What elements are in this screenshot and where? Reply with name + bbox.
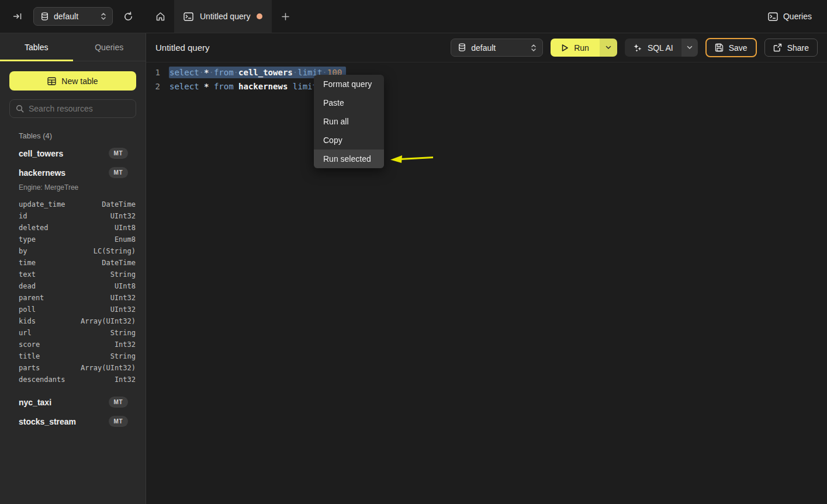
plus-icon [282, 13, 289, 20]
token-sp [234, 82, 238, 91]
column-name: parts [19, 364, 81, 372]
topbar-database-selector[interactable]: default [33, 7, 113, 26]
column-row[interactable]: idUInt32 [19, 210, 136, 222]
run-button[interactable]: Run [551, 39, 600, 57]
column-row[interactable]: update_timeDateTime [19, 199, 136, 210]
tabstrip: Untitled query [146, 0, 299, 33]
column-row[interactable]: urlString [19, 327, 136, 339]
table-icon [47, 77, 56, 85]
token-tbl: hackernews [238, 82, 288, 91]
column-row[interactable]: kidsArray(UInt32) [19, 315, 136, 327]
database-icon [458, 43, 466, 52]
column-type: Int32 [115, 376, 136, 384]
column-row[interactable]: byLC(String) [19, 245, 136, 257]
menu-item-copy[interactable]: Copy [314, 131, 384, 150]
run-split-button: Run [551, 39, 617, 57]
token-ws: · [209, 68, 213, 77]
column-type: Array(UInt32) [81, 317, 136, 325]
column-name: deleted [19, 224, 115, 232]
column-type: DateTime [102, 200, 136, 208]
table-name: stocks_stream [19, 417, 109, 426]
column-name: poll [19, 305, 110, 314]
column-type: String [110, 329, 136, 337]
menu-item-run-all[interactable]: Run all [314, 112, 384, 131]
code-text: select * from hackernews limit [169, 79, 322, 93]
sql-editor[interactable]: 1select·*·from·cell_towers·limit·1002sel… [146, 62, 827, 504]
column-name: update_time [19, 200, 102, 208]
search-icon [16, 105, 24, 113]
menu-item-run-selected[interactable]: Run selected [314, 150, 384, 168]
column-type: UInt32 [110, 305, 136, 314]
table-engine-label: Engine: MergeTree [9, 182, 136, 195]
sidebar-tab-queries[interactable]: Queries [73, 33, 146, 61]
column-name: kids [19, 317, 81, 325]
sql-ai-button[interactable]: SQL AI [625, 39, 681, 57]
column-row[interactable]: typeEnum8 [19, 234, 136, 245]
column-name: by [19, 247, 94, 255]
context-menu: Format queryPasteRun allCopyRun selected [314, 75, 384, 168]
collapse-sidebar-button[interactable] [11, 9, 25, 23]
column-name: time [19, 259, 102, 267]
code-line[interactable]: 1select·*·from·cell_towers·limit·100 [146, 65, 827, 79]
sidebar: Tables Queries New table [0, 33, 146, 504]
terminal-icon [184, 12, 193, 21]
sql-ai-options-button[interactable] [681, 39, 698, 57]
table-row-cell_towers[interactable]: cell_towersMT [9, 144, 136, 163]
column-row[interactable]: deletedUInt8 [19, 222, 136, 234]
engine-badge: MT [109, 167, 128, 178]
column-row[interactable]: parentUInt32 [19, 292, 136, 304]
search-box [9, 99, 136, 118]
home-button[interactable] [146, 0, 174, 33]
column-row[interactable]: timeDateTime [19, 257, 136, 269]
column-row[interactable]: pollUInt32 [19, 304, 136, 315]
token-kw: select [169, 82, 199, 91]
new-table-button[interactable]: New table [9, 71, 136, 91]
sidebar-scroll[interactable]: Tables (4) cell_towersMThackernewsMTEngi… [0, 118, 146, 504]
line-number: 1 [146, 65, 160, 79]
table-row-stocks_stream[interactable]: stocks_streamMT [9, 412, 136, 431]
menu-item-paste[interactable]: Paste [314, 93, 384, 112]
column-row[interactable]: partsArray(UInt32) [19, 362, 136, 374]
sidebar-tab-tables[interactable]: Tables [0, 33, 73, 61]
save-button[interactable]: Save [705, 38, 757, 57]
new-tab-button[interactable] [272, 0, 299, 33]
topbar: default [0, 0, 827, 33]
column-row[interactable]: deadUInt8 [19, 280, 136, 292]
table-columns: update_timeDateTimeidUInt32deletedUInt8t… [9, 195, 136, 392]
toolbar-database-value: default [471, 43, 525, 53]
column-row[interactable]: textString [19, 269, 136, 280]
column-row[interactable]: scoreInt32 [19, 339, 136, 350]
query-title: Untitled query [155, 43, 210, 53]
token-kw: select [169, 68, 199, 77]
column-row[interactable]: titleString [19, 350, 136, 362]
chevron-down-icon [605, 46, 611, 50]
table-name: cell_towers [19, 149, 109, 158]
table-row-hackernews[interactable]: hackernewsMT [9, 163, 136, 182]
tab-untitled-query[interactable]: Untitled query [174, 0, 272, 33]
run-options-button[interactable] [600, 39, 617, 57]
code-line[interactable]: 2select * from hackernews limit [146, 79, 827, 93]
engine-badge: MT [109, 148, 128, 159]
search-input[interactable] [29, 104, 134, 113]
run-label: Run [574, 43, 589, 53]
column-row[interactable]: descendantsInt32 [19, 374, 136, 385]
queries-button[interactable]: Queries [768, 12, 812, 21]
main-panel: Untitled query default [146, 33, 827, 504]
refresh-icon [123, 12, 133, 22]
topbar-database-value: default [54, 12, 95, 21]
menu-item-format-query[interactable]: Format query [314, 75, 384, 93]
token-ws: · [293, 68, 297, 77]
column-type: LC(String) [94, 247, 136, 255]
toolbar-database-selector[interactable]: default [451, 39, 543, 57]
token-ws: · [199, 68, 204, 77]
table-name: nyc_taxi [19, 398, 109, 407]
query-toolbar: default [451, 38, 818, 57]
refresh-button[interactable] [121, 9, 136, 24]
unsaved-dot [257, 13, 262, 19]
chevron-down-icon [687, 46, 693, 50]
share-button[interactable]: Share [764, 39, 818, 57]
new-table-label: New table [61, 77, 98, 86]
table-row-nyc_taxi[interactable]: nyc_taxiMT [9, 392, 136, 412]
column-type: Enum8 [115, 235, 136, 244]
engine-badge: MT [109, 416, 128, 427]
